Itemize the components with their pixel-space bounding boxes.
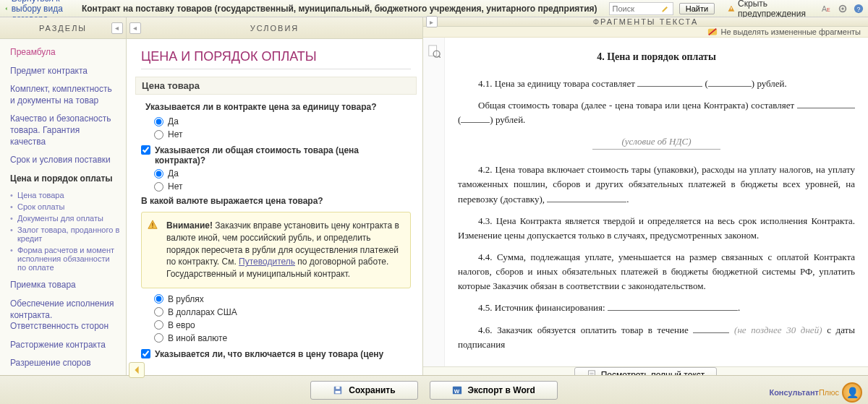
- highlight-off-icon: [707, 27, 718, 37]
- question-includes: Указывается ли, что включается в цену то…: [155, 349, 383, 359]
- q1-no-radio[interactable]: [154, 130, 163, 139]
- hide-warnings-label: Скрыть предупреждения: [738, 0, 809, 19]
- currency-option-2[interactable]: В евро: [154, 320, 411, 330]
- warning-icon: [148, 220, 158, 230]
- svg-rect-7: [152, 223, 153, 225]
- svg-rect-19: [336, 386, 340, 389]
- q2-yes-radio[interactable]: [154, 169, 163, 179]
- section-item-2[interactable]: Комплект, комплектность и документы на т…: [1, 80, 124, 110]
- section-item-9[interactable]: Разрешение споров: [1, 354, 124, 373]
- sections-column: РАЗДЕЛЫ ◂ ПреамбулаПредмет контрактаКомп…: [0, 17, 127, 375]
- page-preview-icon[interactable]: [427, 45, 441, 58]
- q2-row[interactable]: Указывается ли общая стоимость товара (ц…: [141, 145, 411, 166]
- expand-panel-button[interactable]: [129, 362, 145, 378]
- p-4-1: 4.1. Цена за единицу товара составляет (…: [458, 77, 855, 91]
- section-item-0[interactable]: Преамбула: [1, 43, 124, 62]
- top-right-icons: AE ?: [822, 4, 864, 14]
- p-4-6-cut: 4.6. Заказчик обязуется оплатить товар в…: [458, 323, 855, 352]
- save-icon: [333, 385, 343, 395]
- svg-rect-8: [152, 227, 153, 228]
- bottom-bar: Сохранить W Экспорт в Word КонсультантПл…: [0, 375, 868, 404]
- svg-point-4: [841, 7, 844, 10]
- conditions-header: ◂ УСЛОВИЯ: [127, 17, 422, 39]
- nds-placeholder: (условие об НДС): [458, 134, 855, 150]
- font-icon[interactable]: AE: [822, 4, 832, 14]
- svg-text:A: A: [822, 4, 827, 12]
- section-item-8[interactable]: Расторжение контракта: [1, 336, 124, 355]
- section-item-7[interactable]: Обеспечение исполнения контракта. Ответс…: [1, 295, 124, 336]
- q1-yes-radio[interactable]: [154, 117, 163, 126]
- question-unit-price: Указывается ли в контракте цена за едини…: [145, 102, 411, 112]
- search-input[interactable]: [613, 4, 661, 13]
- currency-radio-0[interactable]: [154, 294, 163, 304]
- search-input-wrap[interactable]: [609, 2, 673, 15]
- p-4-5: 4.5. Источник финансирования: .: [458, 301, 855, 315]
- section-item-5[interactable]: Цена и порядок оплаты: [1, 170, 124, 189]
- search-button[interactable]: Найти: [679, 3, 715, 14]
- help-icon[interactable]: ?: [854, 4, 864, 14]
- currency-option-3[interactable]: В иной валюте: [154, 333, 411, 343]
- highlighter-icon[interactable]: [661, 4, 670, 14]
- highlight-toggle[interactable]: Не выделять измененные фрагменты: [423, 27, 868, 38]
- p-4-3: 4.3. Цена Контракта является твердой и о…: [458, 214, 855, 243]
- p-4-1-total: Общая стоимость товара (далее - цена тов…: [458, 98, 855, 127]
- svg-text:?: ?: [856, 5, 860, 12]
- section-item-6[interactable]: Приемка товара: [1, 276, 124, 295]
- conditions-body[interactable]: ЦЕНА И ПОРЯДОК ОПЛАТЫ Цена товара Указыв…: [127, 39, 422, 375]
- q2-no[interactable]: Нет: [154, 181, 411, 192]
- word-icon: W: [452, 385, 462, 395]
- currency-radio-3[interactable]: [154, 333, 163, 343]
- svg-text:W: W: [454, 387, 459, 394]
- q4-checkbox[interactable]: [141, 349, 150, 358]
- q2-yes[interactable]: Да: [154, 168, 411, 179]
- currency-option-1[interactable]: В долларах США: [154, 307, 411, 317]
- subsection-item-1[interactable]: Срок оплаты: [1, 201, 124, 212]
- brand-mascot-icon: 👤: [842, 382, 862, 403]
- svg-rect-20: [336, 390, 341, 393]
- q1-no[interactable]: Нет: [154, 129, 411, 139]
- section-item-1[interactable]: Предмет контракта: [1, 62, 124, 81]
- currency-radio-1[interactable]: [154, 307, 163, 317]
- warning-box: Внимание! Заказчик вправе установить цен…: [141, 212, 411, 288]
- text-column: ▸ ФРАГМЕНТЫ ТЕКСТА Не выделять измененны…: [423, 17, 868, 375]
- brand-logo: КонсультантПлюс 👤: [769, 382, 862, 403]
- question-total-cost: Указывается ли общая стоимость товара (ц…: [155, 145, 411, 166]
- collapse-sections-icon[interactable]: ◂: [111, 22, 123, 34]
- subsection-item-0[interactable]: Цена товара: [1, 189, 124, 201]
- text-heading: 4. Цена и порядок оплаты: [458, 49, 855, 65]
- section-item-4[interactable]: Срок и условия поставки: [1, 151, 124, 170]
- q2-no-radio[interactable]: [154, 182, 163, 192]
- arrow-left-icon: [4, 4, 9, 14]
- hide-warnings-button[interactable]: Скрыть предупреждения: [728, 0, 809, 19]
- document-title: Контракт на поставку товаров (государств…: [82, 4, 597, 14]
- subsection-item-2[interactable]: Документы для оплаты: [1, 212, 124, 224]
- p-4-4: 4.4. Сумма, подлежащая уплате, уменьшает…: [458, 250, 855, 293]
- q2-checkbox[interactable]: [141, 145, 150, 155]
- export-word-button[interactable]: W Экспорт в Word: [430, 381, 558, 400]
- subsection-item-4[interactable]: Форма расчетов и момент исполнения обяза…: [1, 244, 124, 273]
- svg-rect-0: [731, 7, 732, 9]
- warning-hide-icon: [728, 4, 735, 14]
- svg-line-13: [438, 56, 441, 58]
- gear-icon[interactable]: [838, 4, 848, 14]
- p-4-2: 4.2. Цена товара включает стоимость тары…: [458, 163, 855, 206]
- section-item-3[interactable]: Качество и безопасность товара. Гарантия…: [1, 110, 124, 151]
- collapse-text-icon[interactable]: ▸: [426, 16, 438, 27]
- warning-strong: Внимание!: [166, 220, 213, 231]
- arrow-left-yellow-icon: [132, 365, 142, 375]
- currency-radio-2[interactable]: [154, 320, 163, 330]
- sections-header: РАЗДЕЛЫ ◂: [0, 17, 126, 39]
- topbar: Вернуться к выбору вида договора Контрак…: [0, 0, 868, 17]
- subsection-item-3[interactable]: Залог товара, проданного в кредит: [1, 224, 124, 244]
- save-button[interactable]: Сохранить: [310, 381, 417, 400]
- currency-option-0[interactable]: В рублях: [154, 294, 411, 304]
- q4-row[interactable]: Указывается ли, что включается в цену то…: [141, 349, 411, 359]
- warning-link[interactable]: Путеводитель: [239, 257, 295, 267]
- conditions-column: ◂ УСЛОВИЯ ЦЕНА И ПОРЯДОК ОПЛАТЫ Цена тов…: [127, 17, 423, 375]
- conditions-h1: ЦЕНА И ПОРЯДОК ОПЛАТЫ: [141, 49, 411, 69]
- collapse-left-icon[interactable]: ◂: [129, 22, 141, 34]
- text-body[interactable]: 4. Цена и порядок оплаты 4.1. Цена за ед…: [445, 38, 868, 366]
- preview-gutter: [423, 38, 445, 366]
- text-header: ▸ ФРАГМЕНТЫ ТЕКСТА: [423, 17, 868, 27]
- q1-yes[interactable]: Да: [154, 116, 411, 126]
